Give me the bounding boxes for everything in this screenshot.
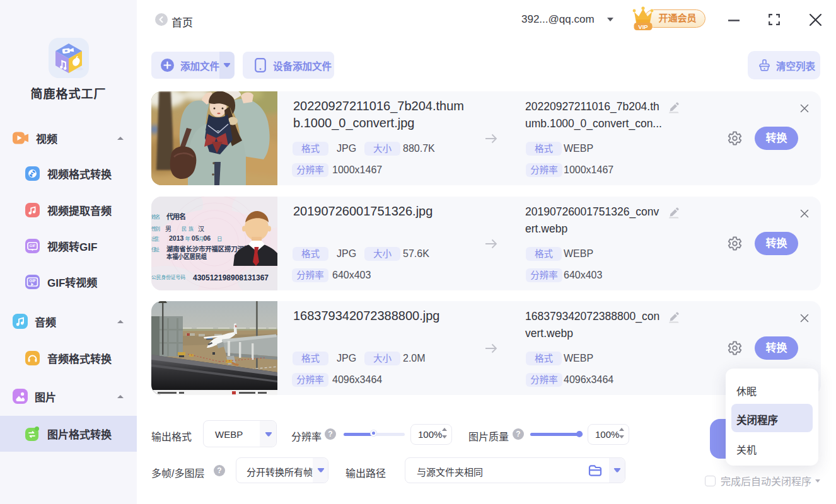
svg-text:2013: 2013 [169,234,184,242]
svg-text:GIF: GIF [30,244,36,248]
svg-text:汉: 汉 [198,226,204,232]
svg-text:VIP: VIP [638,23,648,30]
svg-text:男: 男 [165,226,171,232]
svg-text:公民身份证号码: 公民身份证号码 [151,274,186,280]
svg-text:年: 年 [185,236,191,242]
svg-text:GIF: GIF [29,278,36,282]
svg-text:日: 日 [217,236,223,242]
svg-text:05: 05 [192,234,199,242]
svg-text:性 别: 性 别 [151,226,160,232]
svg-text:06: 06 [204,234,211,242]
svg-text:民 族: 民 族 [182,226,194,232]
svg-text:住 址: 住 址 [151,246,160,253]
svg-text:本福小区居民组: 本福小区居民组 [166,253,207,260]
svg-text:430512198908131367: 430512198908131367 [193,273,269,282]
svg-text:代用名: 代用名 [166,212,186,220]
svg-text:出 生: 出 生 [151,236,160,242]
svg-text:姓 名: 姓 名 [151,214,160,220]
